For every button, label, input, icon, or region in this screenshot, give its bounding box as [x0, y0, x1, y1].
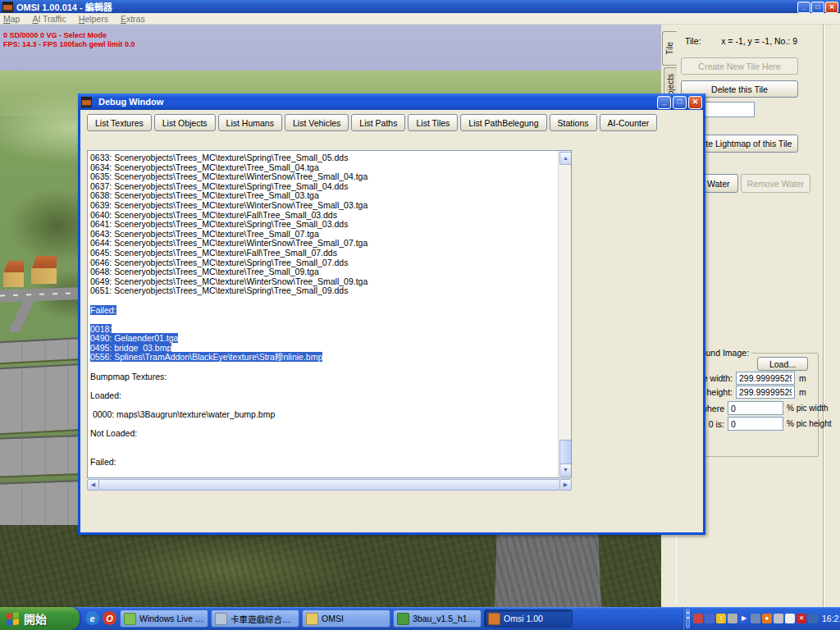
antivirus-icon[interactable]: ● — [762, 614, 772, 623]
origin-x-input[interactable] — [728, 401, 783, 415]
texture-listbox[interactable]: 0633: Sceneryobjects\Trees_MC\texture\Sp… — [87, 150, 572, 478]
start-button[interactable]: 開始 — [0, 607, 80, 630]
ie-icon[interactable]: e — [85, 611, 99, 625]
debug-list-text: 0018: — [90, 324, 112, 334]
task-icon — [397, 613, 409, 625]
debug-list-text: Bumpmap Textures: — [90, 372, 167, 381]
debug-list-line[interactable] — [90, 315, 558, 325]
menu-item[interactable]: Map — [3, 14, 20, 24]
debug-window-icon — [81, 97, 92, 107]
debug-list-text: 0641: Sceneryobjects\Trees_MC\texture\Sp… — [90, 219, 348, 229]
debug-tab-button[interactable]: Stations — [550, 114, 597, 131]
scroll-up-button[interactable]: ▲ — [559, 152, 572, 165]
clock-icon[interactable] — [774, 614, 783, 623]
horizontal-scroll-thumb[interactable] — [98, 479, 560, 491]
taskbar-task[interactable]: Windows Live Messen... — [120, 609, 208, 628]
origin-y-input[interactable] — [728, 417, 783, 431]
task-icon — [124, 613, 136, 625]
taskbar-clock: 16:21 — [822, 614, 840, 623]
debug-list-line[interactable]: Failed: — [90, 458, 558, 468]
debug-list-line[interactable] — [90, 439, 558, 449]
debug-list-line[interactable]: Not Loaded: — [90, 429, 558, 439]
debug-list-line[interactable]: Loaded: — [90, 391, 558, 401]
debug-list-text: 0651: Sceneryobjects\Trees_MC\texture\Sp… — [90, 285, 348, 295]
scroll-right-button[interactable]: ▶ — [559, 479, 572, 491]
house — [3, 261, 24, 287]
image-width-input[interactable] — [736, 372, 795, 385]
utility-icon[interactable] — [751, 614, 760, 623]
menu-bar: MapAI TrafficHelpersExtras — [0, 13, 840, 25]
vertical-scrollbar[interactable]: ▲ ▼ — [558, 151, 571, 477]
debug-list-line[interactable] — [90, 381, 558, 391]
debug-tab-button[interactable]: List Textures — [87, 114, 152, 131]
scroll-thumb[interactable] — [559, 440, 572, 464]
media-player-icon[interactable]: ▶ — [739, 614, 749, 623]
image-height-input[interactable] — [736, 386, 795, 399]
debug-list-text: 0634: Sceneryobjects\Trees_MC\texture\Tr… — [90, 162, 319, 172]
debug-tab-button[interactable]: List Objects — [154, 114, 216, 131]
document-icon[interactable] — [728, 614, 737, 623]
debug-list-text: 0644: Sceneryobjects\Trees_MC\texture\Wi… — [90, 238, 368, 248]
debug-list-line[interactable] — [90, 296, 558, 306]
network-icon[interactable] — [808, 614, 818, 623]
debug-window-client: List TexturesList ObjectsList HumansList… — [80, 110, 703, 532]
tray-icons: !▶●✕ — [693, 614, 819, 623]
debug-list-text: 0648: Sceneryobjects\Trees_MC\texture\Tr… — [90, 267, 319, 276]
task-label: 卡車遊戲綜合支援... — [231, 613, 295, 625]
main-titlebar[interactable]: OMSI 1.00.014 - 編輯器 _ □ ✕ — [0, 0, 840, 13]
menu-item[interactable]: Extras — [121, 14, 145, 24]
hud-status-line: 0 SD/0000 0 VG - Select Mode — [3, 31, 107, 39]
scroll-left-button[interactable]: ◀ — [87, 479, 99, 491]
menu-item[interactable]: AI Traffic — [32, 14, 66, 24]
task-label: OMSI — [322, 614, 344, 623]
menu-item[interactable]: Helpers — [79, 14, 108, 24]
debug-tab-button[interactable]: List Tiles — [408, 114, 458, 131]
task-icon — [306, 613, 318, 625]
debug-close-button[interactable]: ✕ — [688, 96, 702, 109]
debug-restore-button[interactable]: □ — [673, 96, 687, 109]
opera-icon[interactable]: O — [103, 611, 116, 625]
window-title: OMSI 1.00.014 - 編輯器 — [16, 0, 112, 13]
taskbar-task[interactable]: 3bau_v1.5_h1.PNG - ... — [393, 609, 482, 628]
minimize-button[interactable]: _ — [797, 2, 810, 13]
debug-list-line[interactable]: Bumpmap Textures: — [90, 372, 558, 382]
debug-list-text: Loaded: — [90, 390, 121, 400]
meter-icon[interactable] — [785, 614, 795, 623]
tab-tile[interactable]: Tile — [662, 31, 677, 66]
debug-list-line[interactable]: 0000: maps\3Baugrun\texture\water_bump.b… — [90, 410, 558, 420]
debug-list-line[interactable]: Failed: — [90, 306, 558, 316]
debug-tab-button[interactable]: List PathBelegung — [460, 114, 546, 131]
debug-list-text: 0635: Sceneryobjects\Trees_MC\texture\Wi… — [90, 171, 368, 181]
debug-window[interactable]: Debug Window _ □ ✕ List TexturesList Obj… — [78, 94, 705, 535]
network-places-icon[interactable] — [705, 614, 714, 623]
close-button[interactable]: ✕ — [825, 2, 838, 13]
horizontal-scrollbar[interactable]: ◀ ▶ — [87, 479, 572, 490]
desktop: OMSI 1.00.014 - 編輯器 _ □ ✕ MapAI TrafficH… — [0, 0, 840, 630]
system-tray: ▴▾ !▶●✕ 16:21 — [682, 607, 840, 630]
debug-list-line[interactable]: 0651: Sceneryobjects\Trees_MC\texture\Sp… — [90, 286, 558, 296]
task-icon — [215, 613, 227, 625]
debug-tab-button[interactable]: List Vehicles — [285, 114, 349, 131]
omsi-app-icon — [2, 2, 13, 12]
load-background-button[interactable]: Load... — [757, 357, 808, 371]
taskbar-task[interactable]: OMSI — [302, 609, 390, 628]
debug-tab-button[interactable]: List Paths — [351, 114, 405, 131]
debug-minimize-button[interactable]: _ — [657, 96, 671, 109]
debug-tab-button[interactable]: List Humans — [218, 114, 282, 131]
taskbar-task[interactable]: Omsi 1.00 — [484, 609, 573, 628]
blocked-icon[interactable]: ✕ — [797, 614, 806, 623]
debug-list-line[interactable]: 0556: Splines\TramAddon\BlackEye\texture… — [90, 353, 558, 363]
security-warning-icon[interactable]: ! — [716, 614, 726, 623]
debug-list-line[interactable] — [90, 448, 558, 458]
debug-tab-button[interactable]: AI-Counter — [600, 114, 658, 131]
debug-list-line[interactable] — [90, 420, 558, 430]
debug-window-titlebar[interactable]: Debug Window _ □ ✕ — [78, 94, 705, 110]
start-label: 開始 — [24, 610, 47, 627]
maximize-button[interactable]: □ — [811, 2, 824, 13]
language-bar[interactable]: ▴▾ — [686, 609, 690, 628]
messenger-contact-icon[interactable] — [693, 614, 703, 623]
scroll-down-button[interactable]: ▼ — [559, 463, 572, 477]
house-wall — [31, 268, 57, 284]
image-height-unit: m — [799, 387, 806, 397]
taskbar-task[interactable]: 卡車遊戲綜合支援... — [211, 609, 299, 628]
